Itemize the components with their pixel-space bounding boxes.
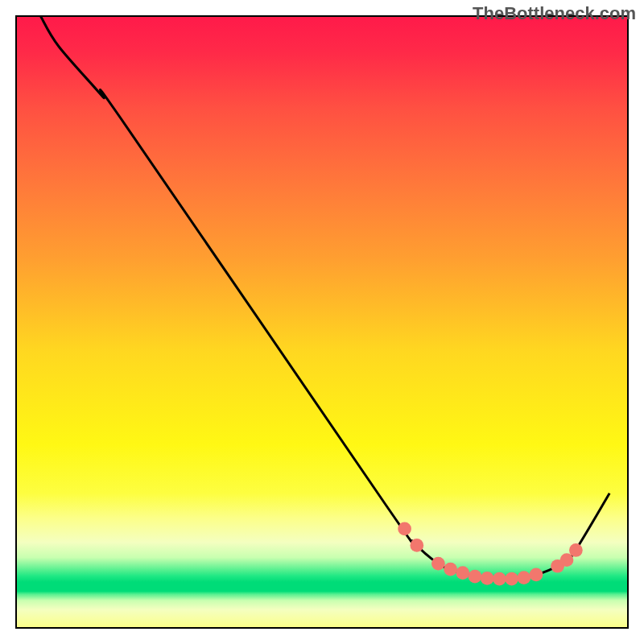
curve-marker [410,539,423,552]
plot-area [16,16,628,628]
curve-marker [517,571,530,584]
gradient-background [16,16,628,628]
curve-marker [398,522,411,536]
curve-marker [456,566,469,580]
curve-marker [505,572,518,586]
chart-svg [0,0,644,644]
curve-marker [493,572,506,586]
curve-marker [560,553,574,567]
curve-marker [431,557,445,571]
watermark-text: TheBottleneck.com [473,3,636,24]
curve-marker [481,572,494,585]
curve-marker [569,543,583,557]
curve-marker [530,568,543,582]
curve-marker [444,563,457,576]
bottleneck-chart: TheBottleneck.com [0,0,644,644]
curve-marker [469,570,482,584]
